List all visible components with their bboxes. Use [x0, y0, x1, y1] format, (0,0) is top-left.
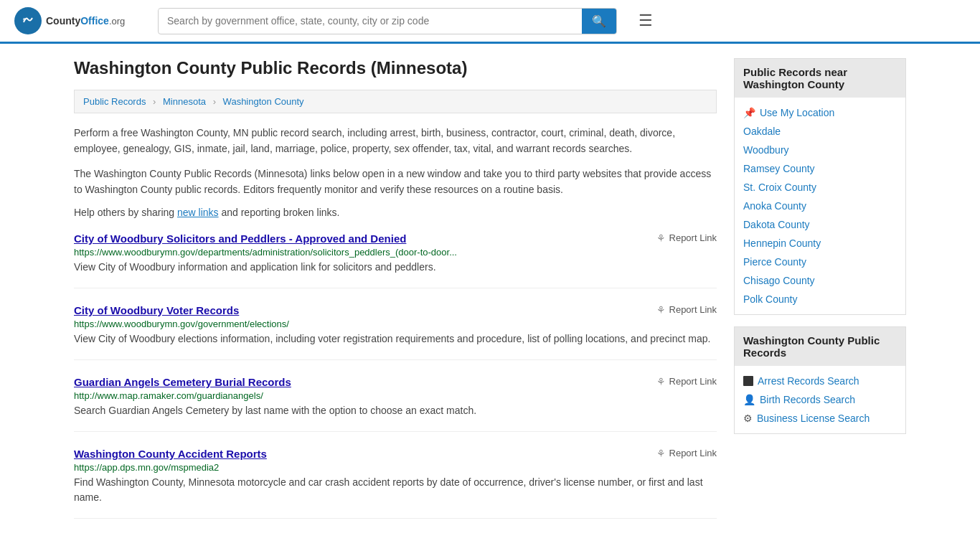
content-area: Washington County Public Records (Minnes…	[74, 58, 717, 534]
report-icon: ⚘	[656, 448, 666, 459]
menu-icon[interactable]: ☰	[639, 11, 653, 30]
report-link-btn[interactable]: ⚘ Report Link	[656, 232, 717, 244]
nearby-section-header: Public Records near Washington County	[735, 59, 905, 98]
arrest-records-link[interactable]: Arrest Records Search	[758, 375, 859, 387]
logo-area: CountyOffice.org	[14, 7, 143, 34]
sidebar-item-pierce[interactable]: Pierce County	[743, 253, 897, 271]
page-title: Washington County Public Records (Minnes…	[74, 58, 717, 78]
result-item: Guardian Angels Cemetery Burial Records …	[74, 376, 717, 432]
arrest-icon	[743, 376, 753, 386]
use-my-location-link[interactable]: Use My Location	[760, 107, 834, 118]
breadcrumb-public-records[interactable]: Public Records	[83, 96, 146, 107]
sidebar-item-anoka[interactable]: Anoka County	[743, 197, 897, 215]
sidebar-item-woodbury[interactable]: Woodbury	[743, 141, 897, 159]
ramsey-link[interactable]: Ramsey County	[743, 163, 815, 174]
sidebar-rec-birth[interactable]: 👤 Birth Records Search	[743, 390, 897, 409]
sidebar-rec-business[interactable]: ⚙ Business License Search	[743, 409, 897, 428]
result-desc: Find Washington County, Minnesota motorc…	[74, 475, 717, 505]
anoka-link[interactable]: Anoka County	[743, 200, 806, 212]
use-my-location-item[interactable]: 📌 Use My Location	[743, 103, 897, 122]
hennepin-link[interactable]: Hennepin County	[743, 237, 821, 249]
logo-icon	[14, 7, 42, 34]
result-url: http://www.map.ramaker.com/guardianangel…	[74, 390, 717, 401]
location-icon: 📌	[743, 107, 755, 118]
svg-point-0	[21, 14, 35, 28]
nearby-section-body: 📌 Use My Location Oakdale Woodbury Ramse…	[735, 98, 905, 314]
sidebar-item-chisago[interactable]: Chisago County	[743, 271, 897, 290]
breadcrumb-sep-1: ›	[153, 96, 156, 107]
help-text: Help others by sharing new links and rep…	[74, 207, 717, 218]
records-section-body: Arrest Records Search 👤 Birth Records Se…	[735, 366, 905, 433]
nearby-section: Public Records near Washington County 📌 …	[734, 58, 906, 315]
breadcrumb-sep-2: ›	[213, 96, 216, 107]
sidebar: Public Records near Washington County 📌 …	[734, 58, 906, 534]
birth-icon: 👤	[743, 394, 755, 405]
oakdale-link[interactable]: Oakdale	[743, 126, 781, 137]
description-1: Perform a free Washington County, MN pub…	[74, 125, 717, 157]
report-link-label: Report Link	[669, 232, 717, 243]
business-license-link[interactable]: Business License Search	[757, 413, 870, 424]
search-button[interactable]: 🔍	[582, 9, 616, 34]
result-url: https://www.woodburymn.gov/departments/a…	[74, 247, 717, 258]
result-item: City of Woodbury Voter Records ⚘ Report …	[74, 304, 717, 360]
result-header: Washington County Accident Reports ⚘ Rep…	[74, 448, 717, 460]
result-header: Guardian Angels Cemetery Burial Records …	[74, 376, 717, 388]
sidebar-item-hennepin[interactable]: Hennepin County	[743, 234, 897, 253]
result-title[interactable]: Guardian Angels Cemetery Burial Records	[74, 376, 291, 388]
report-icon: ⚘	[656, 376, 666, 387]
report-icon: ⚘	[656, 232, 666, 244]
birth-records-link[interactable]: Birth Records Search	[760, 394, 855, 405]
report-link-btn[interactable]: ⚘ Report Link	[656, 448, 717, 459]
records-section-header: Washington County Public Records	[735, 327, 905, 366]
search-icon: 🔍	[592, 15, 606, 27]
sidebar-rec-arrest[interactable]: Arrest Records Search	[743, 372, 897, 390]
sidebar-item-stcroix[interactable]: St. Croix County	[743, 178, 897, 197]
dakota-link[interactable]: Dakota County	[743, 219, 810, 230]
result-header: City of Woodbury Solicitors and Peddlers…	[74, 232, 717, 245]
result-title[interactable]: Washington County Accident Reports	[74, 448, 267, 460]
result-desc: View City of Woodbury elections informat…	[74, 331, 717, 347]
stcroix-link[interactable]: St. Croix County	[743, 182, 816, 193]
report-link-btn[interactable]: ⚘ Report Link	[656, 376, 717, 387]
result-url: https://www.woodburymn.gov/government/el…	[74, 319, 717, 329]
result-header: City of Woodbury Voter Records ⚘ Report …	[74, 304, 717, 316]
main-container: Washington County Public Records (Minnes…	[60, 44, 920, 549]
results-list: City of Woodbury Solicitors and Peddlers…	[74, 232, 717, 519]
sidebar-item-ramsey[interactable]: Ramsey County	[743, 159, 897, 178]
report-link-btn[interactable]: ⚘ Report Link	[656, 304, 717, 316]
result-item: City of Woodbury Solicitors and Peddlers…	[74, 232, 717, 288]
breadcrumb: Public Records › Minnesota › Washington …	[74, 90, 717, 113]
business-icon: ⚙	[743, 413, 753, 424]
chisago-link[interactable]: Chisago County	[743, 275, 815, 286]
breadcrumb-washington-county[interactable]: Washington County	[223, 96, 304, 107]
breadcrumb-minnesota[interactable]: Minnesota	[163, 96, 206, 107]
result-desc: View City of Woodbury information and ap…	[74, 260, 717, 275]
result-desc: Search Guardian Angels Cemetery by last …	[74, 403, 717, 418]
new-links-link[interactable]: new links	[177, 207, 219, 218]
woodbury-link[interactable]: Woodbury	[743, 144, 789, 156]
sidebar-item-oakdale[interactable]: Oakdale	[743, 122, 897, 141]
result-title[interactable]: City of Woodbury Solicitors and Peddlers…	[74, 232, 406, 245]
report-link-label: Report Link	[669, 304, 717, 315]
result-item: Washington County Accident Reports ⚘ Rep…	[74, 448, 717, 519]
sidebar-item-dakota[interactable]: Dakota County	[743, 215, 897, 234]
report-link-label: Report Link	[669, 448, 717, 458]
sidebar-item-polk[interactable]: Polk County	[743, 290, 897, 309]
result-url: https://app.dps.mn.gov/mspmedia2	[74, 462, 717, 473]
search-input[interactable]	[159, 9, 582, 32]
records-section: Washington County Public Records Arrest …	[734, 326, 906, 434]
report-link-label: Report Link	[669, 376, 717, 387]
pierce-link[interactable]: Pierce County	[743, 256, 806, 268]
result-title[interactable]: City of Woodbury Voter Records	[74, 304, 239, 316]
report-icon: ⚘	[656, 304, 666, 316]
description-2: The Washington County Public Records (Mi…	[74, 166, 717, 198]
site-header: CountyOffice.org 🔍 ☰	[0, 0, 980, 44]
logo-text: CountyOffice.org	[46, 15, 125, 27]
polk-link[interactable]: Polk County	[743, 293, 797, 305]
search-bar[interactable]: 🔍	[158, 8, 617, 34]
svg-point-1	[23, 18, 26, 21]
